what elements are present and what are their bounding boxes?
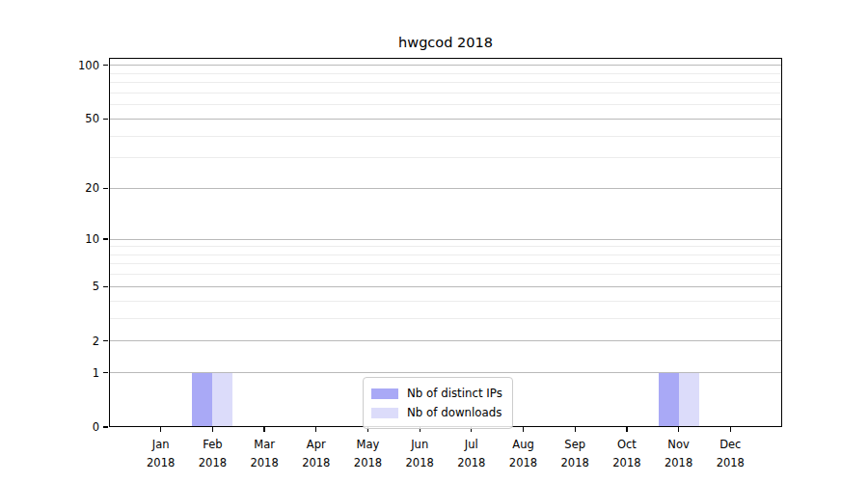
y-gridline-minor xyxy=(109,157,782,158)
y-gridline-major xyxy=(109,239,782,240)
y-gridline-minor xyxy=(109,263,782,264)
x-tick-mark xyxy=(678,427,679,432)
bar-distinct-ips-nov xyxy=(659,373,679,427)
y-tick-label: 2 xyxy=(51,334,99,349)
x-tick-mark xyxy=(575,427,576,432)
plot-area: 0125102050100Jan 2018Feb 2018Mar 2018Apr… xyxy=(109,58,782,427)
x-tick-mark xyxy=(212,427,213,432)
y-tick-label: 1 xyxy=(51,365,99,381)
y-gridline-minor xyxy=(109,301,782,302)
legend-item: Nb of distinct IPs xyxy=(371,384,502,403)
y-tick-label: 20 xyxy=(51,180,99,196)
y-tick-mark xyxy=(103,426,108,427)
legend-swatch-downloads xyxy=(371,408,398,418)
legend-item: Nb of downloads xyxy=(371,403,502,422)
y-gridline-major xyxy=(109,340,782,341)
x-tick-mark xyxy=(730,427,731,432)
x-tick-label: Dec 2018 xyxy=(699,436,761,472)
legend: Nb of distinct IPsNb of downloads xyxy=(363,377,513,429)
y-tick-label: 100 xyxy=(51,58,99,73)
y-gridline-major xyxy=(109,119,782,120)
y-tick-mark xyxy=(103,188,108,189)
bar-downloads-nov xyxy=(679,373,699,427)
y-gridline-minor xyxy=(109,82,782,83)
bar-distinct-ips-feb xyxy=(192,373,212,427)
legend-label: Nb of distinct IPs xyxy=(407,387,502,400)
y-gridline-minor xyxy=(109,136,782,137)
y-gridline-minor xyxy=(109,93,782,94)
x-tick-mark xyxy=(160,427,161,432)
y-tick-mark xyxy=(103,372,108,373)
chart-title: hwgcod 2018 xyxy=(109,35,782,50)
y-tick-mark xyxy=(103,119,108,120)
x-tick-mark xyxy=(263,427,264,432)
y-gridline-minor xyxy=(109,246,782,247)
y-gridline-minor xyxy=(109,73,782,74)
y-gridline-minor xyxy=(109,274,782,275)
y-gridline-minor xyxy=(109,254,782,255)
figure: hwgcod 2018 0125102050100Jan 2018Feb 201… xyxy=(0,0,868,482)
y-tick-label: 0 xyxy=(51,419,99,435)
x-tick-mark xyxy=(315,427,316,432)
legend-label: Nb of downloads xyxy=(407,406,502,419)
y-gridline-minor xyxy=(109,318,782,319)
y-gridline-major xyxy=(109,65,782,66)
y-tick-mark xyxy=(103,65,108,66)
y-tick-mark xyxy=(103,286,108,287)
legend-swatch-distinct-ips xyxy=(371,388,398,399)
y-gridline-major xyxy=(109,286,782,287)
y-tick-label: 10 xyxy=(51,231,99,247)
bar-downloads-feb xyxy=(212,373,232,427)
x-tick-mark xyxy=(523,427,524,432)
x-tick-mark xyxy=(626,427,627,432)
y-tick-label: 5 xyxy=(51,279,99,294)
y-tick-label: 50 xyxy=(51,111,99,126)
y-tick-mark xyxy=(103,340,108,341)
y-gridline-minor xyxy=(109,104,782,105)
y-tick-mark xyxy=(103,238,108,239)
y-gridline-major xyxy=(109,188,782,189)
